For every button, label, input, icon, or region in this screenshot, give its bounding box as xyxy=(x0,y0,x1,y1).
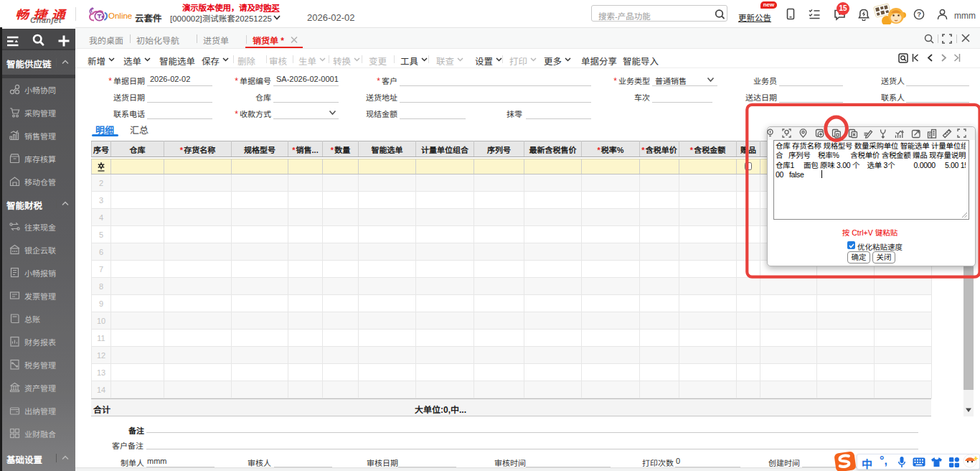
svg-text:?: ? xyxy=(917,10,921,18)
